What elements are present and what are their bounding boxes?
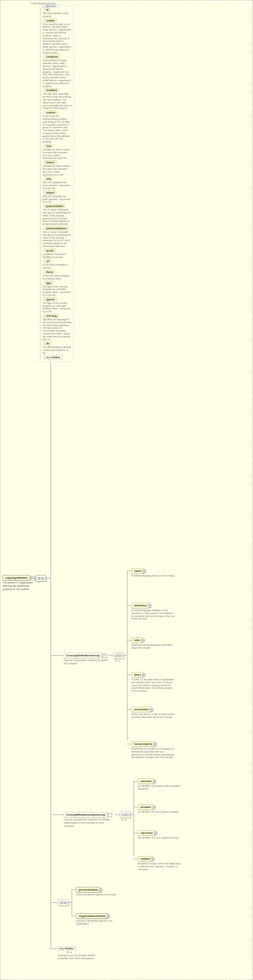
connector <box>72 916 76 916</box>
connector <box>134 807 138 807</box>
element-organisationdetails: organisationDetails+A group of propertie… <box>76 913 119 925</box>
expand-icon[interactable]: + <box>99 889 102 892</box>
any-attribute-box[interactable]: any ##other <box>44 355 62 360</box>
attribute-box[interactable]: dir <box>44 342 51 345</box>
attribute-desc: One or many constraints that apply to pu… <box>43 208 72 226</box>
attribute-box[interactable]: literal <box>44 270 55 274</box>
connector <box>51 902 58 903</box>
attribute-desc: The type of the concept assigned as cont… <box>43 302 72 313</box>
any-ns: ##other <box>65 947 74 950</box>
expand-icon[interactable]: + <box>153 780 156 783</box>
attribute-box[interactable]: uri <box>44 259 51 263</box>
connector <box>68 902 72 903</box>
attribute-creatoruri: creatoruri <box>43 55 73 59</box>
element-box[interactable]: personDetails+ <box>76 887 100 892</box>
group-box[interactable]: ConceptDefinitionGroup <box>64 653 102 658</box>
expand-icon[interactable]: + <box>150 708 153 711</box>
element-box[interactable]: name+ <box>131 568 144 574</box>
attribute-whyuri: whyuri <box>43 191 73 195</box>
expand-icon[interactable]: + <box>153 743 157 746</box>
collapse-icon[interactable]: − <box>103 654 107 658</box>
element-remoteinfo: remoteInfo+A link to an item or a web re… <box>131 707 175 719</box>
element-box[interactable]: related+ <box>138 856 153 862</box>
group-box[interactable]: ConceptRelationshipsGroup <box>64 812 108 818</box>
attribute-box[interactable]: creator <box>44 19 57 22</box>
any-prefix: any <box>60 947 64 950</box>
attribute-box[interactable]: typeuri <box>44 298 57 301</box>
attribute-box[interactable]: howuri <box>44 161 57 164</box>
attribute-box[interactable]: qcode <box>44 248 56 253</box>
attribute-desc: One or many constraints that apply to pu… <box>43 231 72 248</box>
attribute-box[interactable]: xml:lang <box>44 314 59 318</box>
attribute-desc: A qualified code which identifies a conc… <box>43 253 72 259</box>
attribute-box[interactable]: modified <box>44 88 59 92</box>
connector <box>72 889 76 890</box>
sequence-icon <box>120 811 131 818</box>
group-concept-relationships: ConceptRelationshipsGroup− A group of pr… <box>64 812 112 828</box>
attribute-literal: literal <box>43 270 73 274</box>
connector <box>51 655 64 655</box>
attribute-desc: If the attribute is empty, specifies whi… <box>43 59 72 88</box>
sequence-icon <box>35 575 46 582</box>
element-box[interactable]: organisationDetails+ <box>76 913 108 919</box>
attribute-box[interactable]: creatoruri <box>44 55 60 59</box>
attribute-box[interactable]: custom <box>44 110 57 115</box>
element-box[interactable]: definition+ <box>131 603 150 608</box>
element-desc: An identifier of a more generic concept. <box>138 811 179 813</box>
element-narrower: narrower+An identifier of a more specifi… <box>138 830 179 839</box>
element-box[interactable]: remoteInfo+ <box>131 707 152 712</box>
element-box[interactable]: note+ <box>131 638 143 643</box>
element-desc: In NAR 1.8 and later, facet is deprecate… <box>131 678 175 692</box>
connector <box>127 709 131 710</box>
sequence-icon <box>113 652 124 659</box>
element-name: name+A natural language name for the con… <box>131 568 175 577</box>
expand-icon[interactable]: + <box>148 604 152 608</box>
attribute-box[interactable]: whyuri <box>44 191 57 195</box>
attribute-creator: creator <box>43 19 73 22</box>
attribute-box[interactable]: why <box>44 177 53 181</box>
element-box[interactable]: facet+ <box>131 672 144 678</box>
attribute-modified: modified <box>43 88 73 92</box>
expand-icon[interactable]: + <box>143 570 146 573</box>
expand-icon[interactable]: + <box>142 673 145 677</box>
element-desc: An identifier of a more specific concept… <box>138 837 179 839</box>
root-element-box[interactable]: copyrightHolder <box>3 575 30 581</box>
group-name: ConceptRelationshipsGroup <box>66 813 105 816</box>
element-definition: definition+A natural language definition… <box>131 603 175 620</box>
attribute-why: why <box>43 177 73 181</box>
any-prefix: any <box>46 356 50 359</box>
root-element-name: copyrightHolder <box>5 576 28 579</box>
attribute-box[interactable]: pubconstraint <box>44 204 65 208</box>
attribute-custom: custom <box>43 110 73 115</box>
element-desc: A link to an item or a web resource whic… <box>131 713 175 719</box>
group-desc: A group of properties required to indica… <box>64 818 110 828</box>
connector <box>134 833 138 833</box>
attribute-desc: Specifies the language of this property … <box>43 318 72 341</box>
any-element-box[interactable]: any ##other <box>58 947 76 950</box>
element-box[interactable]: narrower+ <box>138 830 155 836</box>
element-box[interactable]: sameAs+ <box>138 778 154 784</box>
expand-icon[interactable]: + <box>154 832 157 835</box>
collapse-icon[interactable]: − <box>108 813 112 817</box>
element-desc: A set of properties specific to a person <box>76 893 116 896</box>
expand-icon[interactable]: + <box>141 639 144 642</box>
element-persondetails: personDetails+A set of properties specif… <box>76 887 116 896</box>
attribute-typeuri: typeuri <box>43 298 73 301</box>
connector <box>127 640 131 640</box>
attributes-header-text: attributes <box>46 5 56 7</box>
attribute-box[interactable]: how <box>44 144 53 148</box>
element-box[interactable]: broader+ <box>138 804 154 810</box>
attribute-box[interactable]: pubconstrainturi <box>44 226 68 230</box>
expand-icon[interactable]: + <box>153 806 156 809</box>
element-box[interactable]: hierarchyInfo+ <box>131 741 155 747</box>
element-note: note+Additional natural language informa… <box>131 638 175 649</box>
expand-icon[interactable]: + <box>107 915 110 918</box>
expand-icon[interactable]: + <box>151 858 154 861</box>
connector <box>127 605 131 606</box>
attribute-pubconstraint: pubconstraint <box>43 204 73 208</box>
attribute-box[interactable]: id <box>44 8 50 12</box>
connector <box>134 781 134 856</box>
group-name: ConceptDefinitionGroup <box>66 654 100 657</box>
attribute-box[interactable]: type <box>44 281 53 285</box>
connector <box>134 859 138 859</box>
